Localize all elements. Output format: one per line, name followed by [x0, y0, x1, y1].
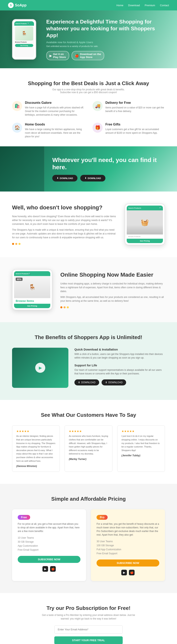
benefits-section: The Benefits of Shoppers App is Unlimite… — [0, 322, 177, 400]
hero-buttons: ▶ Get it on Play Store 🍎 Download on the… — [46, 51, 165, 60]
benefit-download-desc: With a click of a button, users can get … — [74, 352, 165, 360]
testimonial-1-stars: ★★★★★ — [16, 430, 56, 433]
nav-download[interactable]: Download — [128, 4, 140, 7]
phone-screen-body: 🪑 Browse Products See Pricing — [14, 26, 34, 48]
online-headline: Online Shopping Now Made Easier — [60, 271, 165, 278]
pro-subscribe-btn[interactable]: SUBSCRIBE NOW — [97, 560, 159, 566]
play-button[interactable]: ▶ — [35, 363, 45, 373]
free-feature-2: 30 GB Storage — [18, 540, 80, 544]
banner-download-btn-2[interactable]: ⬇ DOWNLOAD — [80, 175, 105, 182]
banner-section: Whatever you'll need, you can find it he… — [0, 146, 177, 192]
shopping-phone: Search Products 🔍 🧺 Browse Products See … — [125, 204, 165, 245]
shopping-text: Well, who doesn't love shopping? Now hon… — [12, 204, 117, 245]
navbar: S SoApp Home Download Premium Contact — [0, 0, 177, 10]
feature-discounts: 🛍️ Discounts Galore We have a page full … — [12, 101, 84, 117]
nav-home[interactable]: Home — [116, 4, 123, 7]
online-product-img: 🪑 60% — [14, 276, 50, 298]
testimonial-3-text: I just love it & do it on my regular sho… — [121, 434, 161, 452]
download-icon-1: ⬇ — [57, 177, 59, 180]
features-grid: 🛍️ Discounts Galore We have a page full … — [12, 101, 165, 138]
benefit-dl-btn-1[interactable]: ⬇ DOWNLOAD — [74, 380, 99, 386]
testimonial-1-author: (Genova Winston) — [16, 465, 56, 468]
benefit-support: Support for Life Our team of customer su… — [74, 364, 165, 376]
online-section: Search Products 🔍 🪑 60% Browse Items See… — [0, 257, 177, 322]
online-dot-3 — [67, 306, 69, 308]
pricing-headline: Simple and Affordable Pricing — [12, 496, 165, 502]
hero-phone: Search Products 🔍 🪑 Browse Products See … — [12, 19, 40, 60]
trial-email-input[interactable] — [54, 625, 123, 634]
testimonial-2: ★★★★★ As someone who loves furniture, bu… — [65, 426, 112, 472]
homegoods-icon: 🏠 — [12, 123, 22, 133]
free-feature-4: Free Email Support — [18, 548, 80, 552]
logo: S SoApp — [8, 2, 27, 8]
online-see-pricing-btn[interactable]: See Pricing — [14, 304, 50, 308]
gifts-text: Free Gifts Loyal customers get a free gi… — [105, 123, 165, 135]
banner-headline: Whatever you'll need, you can find it he… — [52, 156, 165, 171]
phone-screen-bar: Search Products 🔍 — [14, 21, 34, 26]
homegoods-title: Home Goods — [25, 123, 84, 126]
testimonial-1: ★★★★★ As an interior designer, finding p… — [12, 426, 60, 472]
benefits-headline: The Benefits of Shoppers App is Unlimite… — [12, 334, 165, 340]
phone-mockup: Search Products 🔍 🪑 Browse Products See … — [12, 19, 36, 60]
benefits-video: ▶ — [12, 348, 68, 388]
delivery-icon: 🚚 — [93, 101, 103, 111]
free-feature-3: App Customization — [18, 544, 80, 548]
app-store-text: Download on the App Store — [80, 52, 101, 58]
banner-download-btn-1[interactable]: ⬇ DOWNLOAD — [52, 175, 77, 182]
app-store-btn[interactable]: 🍎 Download on the App Store — [72, 51, 104, 60]
trial-headline: Try our Pro Subscription for Free! — [12, 605, 165, 611]
testimonials-section: See What Our Customers Have To Say ★★★★★… — [0, 400, 177, 484]
nav-premium[interactable]: Premium — [145, 4, 155, 7]
shopping-headline: Well, who doesn't love shopping? — [12, 204, 117, 211]
benefit-support-title: Support for Life — [74, 364, 165, 367]
feature-delivery: 🚚 Delivery for Free Items purchased on a… — [93, 101, 165, 117]
homegoods-desc: We have a large catalog for kitchen appl… — [25, 128, 84, 138]
gifts-icon: 🎁 — [93, 123, 103, 133]
logo-icon: S — [8, 2, 14, 8]
hero-headline: Experience a Delightful Time Shopping fo… — [46, 18, 165, 39]
pro-badge: Pro — [97, 515, 108, 520]
nav-contact[interactable]: Contact — [160, 4, 169, 7]
trial-submit-btn[interactable]: START YOUR FREE TRIAL — [54, 636, 123, 644]
free-store-icons: ▶ 🍎 — [18, 566, 80, 572]
online-screen: Search Products 🔍 🪑 60% Browse Items See… — [14, 271, 50, 308]
features-headline: Shopping for the Best Deals is Just a Cl… — [12, 80, 165, 86]
discount-badge: 60% — [16, 278, 23, 281]
shopping-see-pricing-btn[interactable]: See Pricing — [127, 239, 163, 243]
pro-feature-1: 30 User Teams — [97, 540, 159, 544]
pro-play-icon: ▶ — [121, 570, 127, 575]
shopping-screen: Search Products 🔍 🧺 Browse Products See … — [127, 206, 163, 243]
benefit-dl-btn-2[interactable]: ⬇ DOWNLOAD — [102, 380, 126, 386]
pro-features: 30 User Teams 100 GB Storage Full App Cu… — [97, 540, 159, 556]
nav-links: Home Download Premium Contact — [116, 4, 169, 7]
pro-feature-3: Full App Customization — [97, 548, 159, 552]
dl-icon-1: ⬇ — [78, 381, 80, 384]
phone-see-pricing-btn[interactable]: See Pricing — [15, 44, 33, 47]
shopping-price: Browse Products — [127, 234, 163, 239]
pro-description: For a small fee, you get the benefit of … — [97, 522, 159, 536]
trial-description: Get a taste of being a Pro Member by ent… — [38, 613, 139, 620]
discounts-text: Discounts Galore We have a page full of … — [25, 101, 84, 117]
free-subscribe-btn[interactable]: SUBSCRIBE NOW — [18, 556, 80, 563]
download-icon-2: ⬇ — [85, 177, 86, 180]
testimonial-3: ★★★★★ I just love it & do it on my regul… — [117, 426, 165, 472]
free-play-icon: ▶ — [43, 566, 48, 572]
testimonial-3-stars: ★★★★★ — [121, 430, 161, 433]
benefits-grid: ▶ Quick Download & Installation With a c… — [12, 348, 165, 388]
dot-1 — [12, 243, 14, 245]
banner-text: Whatever you'll need, you can find it he… — [52, 156, 165, 182]
shopping-phone-mockup: Search Products 🔍 🧺 Browse Products See … — [125, 204, 165, 245]
features-subtitle: Our app is a one-stop-shop for products … — [48, 88, 129, 94]
logo-text: SoApp — [15, 3, 27, 8]
phone-bar-label: Search Products — [16, 23, 27, 24]
dot-2 — [15, 243, 17, 245]
delivery-title: Delivery for Free — [105, 101, 165, 104]
pricing-section: Simple and Affordable Pricing Free For n… — [0, 484, 177, 593]
online-text: Online Shopping Now Made Easier Unlike m… — [60, 271, 165, 308]
play-store-btn[interactable]: ▶ Get it on Play Store — [46, 51, 69, 60]
delivery-desc: Items purchased on a value of $20 or mor… — [105, 106, 165, 113]
online-phone: Search Products 🔍 🪑 60% Browse Items See… — [12, 269, 52, 310]
online-dot-2 — [64, 306, 66, 308]
pro-feature-2: 100 GB Storage — [97, 544, 159, 548]
online-screen-bar: Search Products 🔍 — [14, 271, 50, 276]
